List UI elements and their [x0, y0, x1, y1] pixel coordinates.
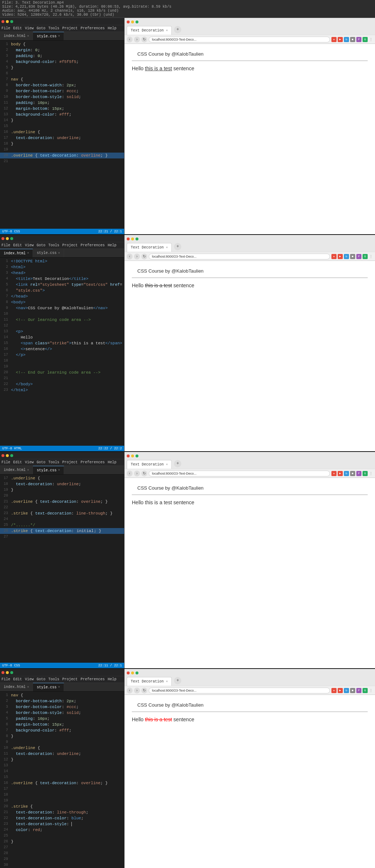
- menu-project[interactable]: Project: [62, 26, 78, 30]
- tab-close-index-1[interactable]: ×: [27, 34, 29, 38]
- window-close-btn-4[interactable]: [1, 671, 4, 674]
- menu-project-4[interactable]: Project: [62, 677, 78, 681]
- window-maximize-btn[interactable]: [10, 20, 13, 23]
- browser-tab-4[interactable]: Text Decoration ×: [127, 677, 172, 686]
- browser-minimize-3[interactable]: [131, 454, 134, 457]
- menu-view[interactable]: View: [25, 26, 34, 30]
- tab-style-css-2[interactable]: style.css ×: [33, 249, 64, 257]
- tab-close-index-3[interactable]: ×: [27, 468, 29, 472]
- menu-help-2[interactable]: Help: [108, 243, 116, 247]
- tab-index-html-4[interactable]: index.html ×: [0, 683, 33, 691]
- menu-file[interactable]: File: [1, 26, 10, 30]
- browser-forward-1[interactable]: ›: [134, 37, 140, 42]
- menu-help-4[interactable]: Help: [108, 677, 116, 681]
- tab-style-css-3[interactable]: style.css ×: [33, 466, 64, 474]
- browser-reload-4[interactable]: ↻: [141, 688, 147, 693]
- browser-reload-1[interactable]: ↻: [141, 37, 147, 42]
- menu-goto-4[interactable]: Goto: [37, 677, 45, 681]
- browser-reload-2[interactable]: ↻: [141, 254, 147, 259]
- menu-preferences-3[interactable]: Preferences: [81, 460, 105, 464]
- window-minimize-btn-4[interactable]: [6, 671, 9, 674]
- menu-tools-4[interactable]: Tools: [48, 677, 59, 681]
- address-bar-2[interactable]: [149, 254, 330, 259]
- browser-menu-4[interactable]: ⋮: [369, 688, 373, 693]
- browser-tab-3[interactable]: Text Decoration ×: [127, 460, 172, 469]
- menu-help[interactable]: Help: [108, 26, 116, 30]
- window-close-btn[interactable]: [1, 20, 4, 23]
- browser-back-3[interactable]: ‹: [127, 471, 133, 476]
- browser-menu-2[interactable]: ⋮: [369, 254, 373, 259]
- tab-close-style-4[interactable]: ×: [58, 685, 60, 689]
- browser-minimize-4[interactable]: [131, 671, 134, 674]
- menu-edit-2[interactable]: Edit: [13, 243, 22, 247]
- browser-back-2[interactable]: ‹: [127, 254, 133, 259]
- menu-tools-3[interactable]: Tools: [48, 460, 59, 464]
- window-minimize-btn[interactable]: [6, 20, 9, 23]
- tab-close-index-2[interactable]: ×: [27, 251, 29, 255]
- window-maximize-btn-2[interactable]: [10, 237, 13, 240]
- browser-forward-3[interactable]: ›: [134, 471, 140, 476]
- tab-style-css-4[interactable]: style.css ×: [33, 683, 64, 691]
- browser-tab-close-3[interactable]: ×: [166, 463, 168, 467]
- menu-view-3[interactable]: View: [25, 460, 34, 464]
- menu-tools-2[interactable]: Tools: [48, 243, 59, 247]
- browser-tab-2[interactable]: Text Decoration ×: [127, 243, 172, 252]
- new-tab-btn-2[interactable]: +: [174, 243, 181, 250]
- browser-reload-3[interactable]: ↻: [141, 471, 147, 476]
- browser-back-4[interactable]: ‹: [127, 688, 133, 693]
- menu-project-2[interactable]: Project: [62, 243, 78, 247]
- menu-edit-4[interactable]: Edit: [13, 677, 22, 681]
- menu-preferences-4[interactable]: Preferences: [81, 677, 105, 681]
- browser-maximize-4[interactable]: [135, 671, 138, 674]
- menu-file-2[interactable]: File: [1, 243, 10, 247]
- tab-index-html-1[interactable]: index.html ×: [0, 32, 33, 40]
- tab-style-css-1[interactable]: style.css ×: [33, 32, 64, 40]
- menu-goto-3[interactable]: Goto: [37, 460, 45, 464]
- browser-close-3[interactable]: [127, 454, 130, 457]
- tab-close-index-4[interactable]: ×: [27, 685, 29, 689]
- menu-file-4[interactable]: File: [1, 677, 10, 681]
- browser-menu-1[interactable]: ⋮: [369, 37, 373, 42]
- tab-index-html-3[interactable]: index.html ×: [0, 466, 33, 474]
- tab-close-style-1[interactable]: ×: [58, 34, 60, 38]
- menu-view-4[interactable]: View: [25, 677, 34, 681]
- tab-close-style-3[interactable]: ×: [58, 468, 60, 472]
- browser-tab-close-4[interactable]: ×: [166, 680, 168, 684]
- browser-minimize-1[interactable]: [131, 20, 134, 23]
- address-bar-1[interactable]: [149, 37, 330, 42]
- browser-minimize-2[interactable]: [131, 237, 134, 240]
- menu-edit[interactable]: Edit: [13, 26, 22, 30]
- window-maximize-btn-3[interactable]: [10, 454, 13, 457]
- menu-help-3[interactable]: Help: [108, 460, 116, 464]
- browser-maximize-2[interactable]: [135, 237, 138, 240]
- browser-forward-4[interactable]: ›: [134, 688, 140, 693]
- browser-tab-1[interactable]: Text Decoration ×: [127, 26, 172, 35]
- tab-index-html-2[interactable]: index.html ×: [0, 249, 33, 257]
- menu-goto-2[interactable]: Goto: [37, 243, 45, 247]
- menu-goto[interactable]: Goto: [37, 26, 45, 30]
- tab-close-style-2[interactable]: ×: [58, 251, 60, 255]
- new-tab-btn-3[interactable]: +: [174, 460, 181, 467]
- browser-tab-close-1[interactable]: ×: [166, 29, 168, 33]
- menu-view-2[interactable]: View: [25, 243, 34, 247]
- menu-file-3[interactable]: File: [1, 460, 10, 464]
- new-tab-btn-1[interactable]: +: [174, 26, 181, 33]
- new-tab-btn-4[interactable]: +: [174, 677, 181, 684]
- menu-tools[interactable]: Tools: [48, 26, 59, 30]
- window-maximize-btn-4[interactable]: [10, 671, 13, 674]
- address-bar-4[interactable]: [149, 688, 330, 693]
- browser-tab-close-2[interactable]: ×: [166, 246, 168, 250]
- menu-project-3[interactable]: Project: [62, 460, 78, 464]
- window-close-btn-2[interactable]: [1, 237, 4, 240]
- browser-maximize-1[interactable]: [135, 20, 138, 23]
- window-minimize-btn-3[interactable]: [6, 454, 9, 457]
- browser-forward-2[interactable]: ›: [134, 254, 140, 259]
- browser-maximize-3[interactable]: [135, 454, 138, 457]
- window-minimize-btn-2[interactable]: [6, 237, 9, 240]
- browser-close-4[interactable]: [127, 671, 130, 674]
- address-bar-3[interactable]: [149, 471, 330, 476]
- browser-back-1[interactable]: ‹: [127, 37, 133, 42]
- menu-preferences-2[interactable]: Preferences: [81, 243, 105, 247]
- menu-edit-3[interactable]: Edit: [13, 460, 22, 464]
- menu-preferences[interactable]: Preferences: [81, 26, 105, 30]
